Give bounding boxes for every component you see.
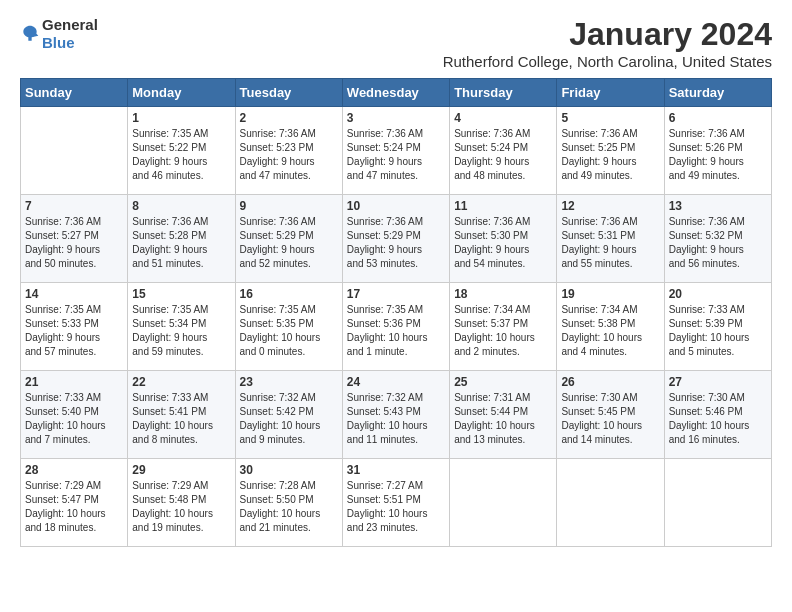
calendar-cell: 27Sunrise: 7:30 AM Sunset: 5:46 PM Dayli… (664, 371, 771, 459)
calendar-cell: 4Sunrise: 7:36 AM Sunset: 5:24 PM Daylig… (450, 107, 557, 195)
day-number: 1 (132, 111, 230, 125)
page-title: January 2024 (443, 16, 772, 53)
header-cell-friday: Friday (557, 79, 664, 107)
day-info: Sunrise: 7:36 AM Sunset: 5:32 PM Dayligh… (669, 215, 767, 271)
calendar-cell: 28Sunrise: 7:29 AM Sunset: 5:47 PM Dayli… (21, 459, 128, 547)
calendar-body: 1Sunrise: 7:35 AM Sunset: 5:22 PM Daylig… (21, 107, 772, 547)
day-number: 4 (454, 111, 552, 125)
calendar-cell: 18Sunrise: 7:34 AM Sunset: 5:37 PM Dayli… (450, 283, 557, 371)
day-info: Sunrise: 7:35 AM Sunset: 5:22 PM Dayligh… (132, 127, 230, 183)
calendar-cell: 21Sunrise: 7:33 AM Sunset: 5:40 PM Dayli… (21, 371, 128, 459)
calendar-row: 21Sunrise: 7:33 AM Sunset: 5:40 PM Dayli… (21, 371, 772, 459)
page-header: General Blue January 2024 Rutherford Col… (20, 16, 772, 70)
page-subtitle: Rutherford College, North Carolina, Unit… (443, 53, 772, 70)
day-info: Sunrise: 7:35 AM Sunset: 5:36 PM Dayligh… (347, 303, 445, 359)
calendar-cell: 23Sunrise: 7:32 AM Sunset: 5:42 PM Dayli… (235, 371, 342, 459)
calendar-row: 14Sunrise: 7:35 AM Sunset: 5:33 PM Dayli… (21, 283, 772, 371)
calendar-cell: 16Sunrise: 7:35 AM Sunset: 5:35 PM Dayli… (235, 283, 342, 371)
day-number: 30 (240, 463, 338, 477)
calendar-cell: 10Sunrise: 7:36 AM Sunset: 5:29 PM Dayli… (342, 195, 449, 283)
calendar-cell: 25Sunrise: 7:31 AM Sunset: 5:44 PM Dayli… (450, 371, 557, 459)
calendar-cell (450, 459, 557, 547)
day-info: Sunrise: 7:34 AM Sunset: 5:37 PM Dayligh… (454, 303, 552, 359)
calendar-cell: 17Sunrise: 7:35 AM Sunset: 5:36 PM Dayli… (342, 283, 449, 371)
calendar-cell: 6Sunrise: 7:36 AM Sunset: 5:26 PM Daylig… (664, 107, 771, 195)
day-number: 15 (132, 287, 230, 301)
day-info: Sunrise: 7:30 AM Sunset: 5:46 PM Dayligh… (669, 391, 767, 447)
logo-icon (20, 24, 40, 44)
day-number: 18 (454, 287, 552, 301)
header-cell-saturday: Saturday (664, 79, 771, 107)
day-number: 13 (669, 199, 767, 213)
day-number: 12 (561, 199, 659, 213)
calendar-cell: 1Sunrise: 7:35 AM Sunset: 5:22 PM Daylig… (128, 107, 235, 195)
calendar-table: SundayMondayTuesdayWednesdayThursdayFrid… (20, 78, 772, 547)
day-number: 29 (132, 463, 230, 477)
calendar-cell: 2Sunrise: 7:36 AM Sunset: 5:23 PM Daylig… (235, 107, 342, 195)
day-info: Sunrise: 7:36 AM Sunset: 5:29 PM Dayligh… (240, 215, 338, 271)
day-info: Sunrise: 7:36 AM Sunset: 5:29 PM Dayligh… (347, 215, 445, 271)
day-number: 21 (25, 375, 123, 389)
calendar-cell: 9Sunrise: 7:36 AM Sunset: 5:29 PM Daylig… (235, 195, 342, 283)
day-info: Sunrise: 7:35 AM Sunset: 5:35 PM Dayligh… (240, 303, 338, 359)
day-number: 8 (132, 199, 230, 213)
day-info: Sunrise: 7:31 AM Sunset: 5:44 PM Dayligh… (454, 391, 552, 447)
calendar-cell: 19Sunrise: 7:34 AM Sunset: 5:38 PM Dayli… (557, 283, 664, 371)
calendar-cell: 14Sunrise: 7:35 AM Sunset: 5:33 PM Dayli… (21, 283, 128, 371)
calendar-cell: 22Sunrise: 7:33 AM Sunset: 5:41 PM Dayli… (128, 371, 235, 459)
header-cell-wednesday: Wednesday (342, 79, 449, 107)
calendar-cell: 15Sunrise: 7:35 AM Sunset: 5:34 PM Dayli… (128, 283, 235, 371)
day-info: Sunrise: 7:33 AM Sunset: 5:40 PM Dayligh… (25, 391, 123, 447)
day-number: 22 (132, 375, 230, 389)
calendar-cell: 31Sunrise: 7:27 AM Sunset: 5:51 PM Dayli… (342, 459, 449, 547)
header-cell-tuesday: Tuesday (235, 79, 342, 107)
calendar-row: 7Sunrise: 7:36 AM Sunset: 5:27 PM Daylig… (21, 195, 772, 283)
day-number: 9 (240, 199, 338, 213)
header-cell-thursday: Thursday (450, 79, 557, 107)
day-number: 10 (347, 199, 445, 213)
day-number: 27 (669, 375, 767, 389)
calendar-cell (664, 459, 771, 547)
calendar-cell: 11Sunrise: 7:36 AM Sunset: 5:30 PM Dayli… (450, 195, 557, 283)
day-info: Sunrise: 7:36 AM Sunset: 5:27 PM Dayligh… (25, 215, 123, 271)
day-info: Sunrise: 7:36 AM Sunset: 5:28 PM Dayligh… (132, 215, 230, 271)
day-info: Sunrise: 7:33 AM Sunset: 5:39 PM Dayligh… (669, 303, 767, 359)
day-number: 19 (561, 287, 659, 301)
day-info: Sunrise: 7:28 AM Sunset: 5:50 PM Dayligh… (240, 479, 338, 535)
day-info: Sunrise: 7:35 AM Sunset: 5:33 PM Dayligh… (25, 303, 123, 359)
calendar-cell: 26Sunrise: 7:30 AM Sunset: 5:45 PM Dayli… (557, 371, 664, 459)
calendar-cell: 12Sunrise: 7:36 AM Sunset: 5:31 PM Dayli… (557, 195, 664, 283)
logo-text-blue: Blue (42, 34, 75, 51)
day-number: 3 (347, 111, 445, 125)
calendar-cell: 29Sunrise: 7:29 AM Sunset: 5:48 PM Dayli… (128, 459, 235, 547)
calendar-cell: 5Sunrise: 7:36 AM Sunset: 5:25 PM Daylig… (557, 107, 664, 195)
day-number: 17 (347, 287, 445, 301)
calendar-cell: 3Sunrise: 7:36 AM Sunset: 5:24 PM Daylig… (342, 107, 449, 195)
day-info: Sunrise: 7:36 AM Sunset: 5:25 PM Dayligh… (561, 127, 659, 183)
calendar-cell (557, 459, 664, 547)
calendar-cell: 8Sunrise: 7:36 AM Sunset: 5:28 PM Daylig… (128, 195, 235, 283)
header-cell-sunday: Sunday (21, 79, 128, 107)
day-number: 11 (454, 199, 552, 213)
day-info: Sunrise: 7:36 AM Sunset: 5:24 PM Dayligh… (454, 127, 552, 183)
day-info: Sunrise: 7:36 AM Sunset: 5:23 PM Dayligh… (240, 127, 338, 183)
day-info: Sunrise: 7:27 AM Sunset: 5:51 PM Dayligh… (347, 479, 445, 535)
logo-text-general: General (42, 16, 98, 33)
calendar-row: 28Sunrise: 7:29 AM Sunset: 5:47 PM Dayli… (21, 459, 772, 547)
calendar-cell: 20Sunrise: 7:33 AM Sunset: 5:39 PM Dayli… (664, 283, 771, 371)
calendar-cell (21, 107, 128, 195)
day-info: Sunrise: 7:36 AM Sunset: 5:26 PM Dayligh… (669, 127, 767, 183)
header-row: SundayMondayTuesdayWednesdayThursdayFrid… (21, 79, 772, 107)
day-number: 16 (240, 287, 338, 301)
day-number: 26 (561, 375, 659, 389)
header-cell-monday: Monday (128, 79, 235, 107)
day-number: 23 (240, 375, 338, 389)
calendar-cell: 24Sunrise: 7:32 AM Sunset: 5:43 PM Dayli… (342, 371, 449, 459)
day-number: 14 (25, 287, 123, 301)
day-info: Sunrise: 7:35 AM Sunset: 5:34 PM Dayligh… (132, 303, 230, 359)
day-number: 5 (561, 111, 659, 125)
day-number: 31 (347, 463, 445, 477)
calendar-row: 1Sunrise: 7:35 AM Sunset: 5:22 PM Daylig… (21, 107, 772, 195)
day-number: 2 (240, 111, 338, 125)
day-info: Sunrise: 7:36 AM Sunset: 5:30 PM Dayligh… (454, 215, 552, 271)
